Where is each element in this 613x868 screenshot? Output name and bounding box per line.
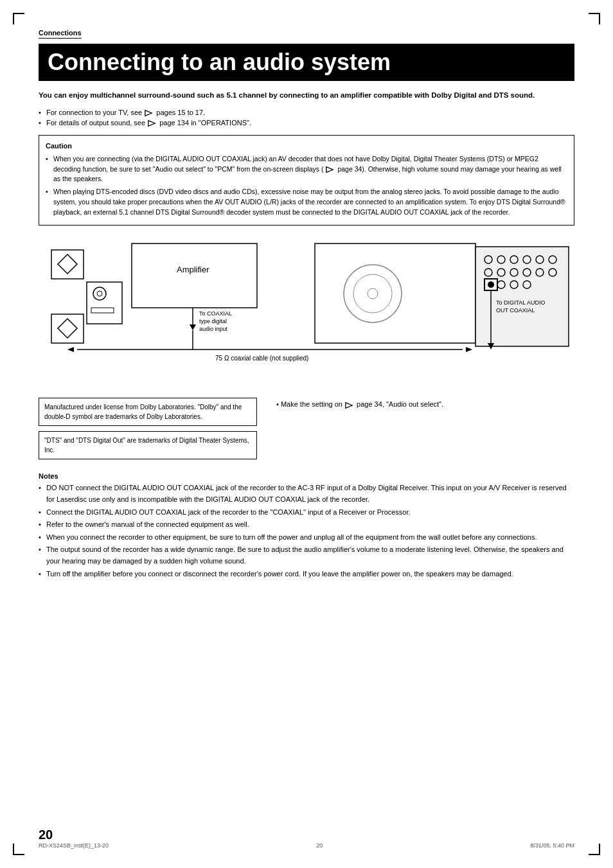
corner-mark-bl bbox=[13, 844, 24, 855]
title-block: Connecting to an audio system bbox=[39, 44, 574, 81]
notes-list: DO NOT connect the DIGITAL AUDIO OUT COA… bbox=[39, 483, 574, 580]
note-item-4: When you connect the recorder to other e… bbox=[39, 532, 574, 544]
caution-title: Caution bbox=[46, 141, 567, 152]
corner-mark-tr bbox=[589, 13, 600, 24]
svg-marker-48 bbox=[346, 402, 352, 408]
section-label: Connections bbox=[39, 29, 82, 39]
intro-text: You can enjoy multichannel surround-soun… bbox=[39, 90, 574, 101]
svg-text:To DIGITAL AUDIO: To DIGITAL AUDIO bbox=[496, 299, 546, 306]
svg-marker-2 bbox=[326, 167, 333, 173]
bullet-item-2: For details of output sound, see page 13… bbox=[39, 119, 574, 127]
bullet-list: For connection to your TV, see pages 15 … bbox=[39, 109, 574, 127]
svg-rect-25 bbox=[475, 247, 569, 346]
footer-left: RD-XS24SB_inst(E)_13-20 bbox=[39, 842, 109, 849]
svg-text:75 Ω coaxial cable (not suppli: 75 Ω coaxial cable (not supplied) bbox=[215, 355, 308, 362]
arrow-icon-setting bbox=[344, 402, 353, 409]
trademark-boxes: Manufactured under license from Dolby La… bbox=[39, 398, 257, 459]
svg-point-9 bbox=[97, 291, 102, 296]
setting-note: • Make the setting on page 34, "Audio ou… bbox=[276, 398, 574, 459]
svg-rect-21 bbox=[315, 244, 475, 343]
arrow-icon-caution bbox=[325, 166, 334, 173]
note-item-2: Connect the DIGITAL AUDIO OUT COAXIAL ja… bbox=[39, 507, 574, 518]
svg-text:OUT COAXIAL: OUT COAXIAL bbox=[496, 307, 535, 314]
svg-text:audio input: audio input bbox=[199, 326, 228, 332]
notes-section: Notes DO NOT connect the DIGITAL AUDIO O… bbox=[39, 472, 574, 580]
trademark-box-dts: "DTS" and "DTS Digital Out" are trademar… bbox=[39, 431, 257, 459]
page-wrapper: Connections Connecting to an audio syste… bbox=[0, 0, 613, 868]
lower-section: Manufactured under license from Dolby La… bbox=[39, 398, 574, 459]
bullet-item-1: For connection to your TV, see pages 15 … bbox=[39, 109, 574, 117]
svg-point-8 bbox=[93, 287, 106, 300]
svg-rect-10 bbox=[91, 308, 114, 313]
svg-marker-0 bbox=[145, 111, 152, 116]
svg-text:To COAXIAL: To COAXIAL bbox=[199, 310, 232, 317]
svg-marker-18 bbox=[67, 347, 74, 352]
caution-list: When you are connecting (via the DIGITAL… bbox=[46, 154, 567, 218]
footer-info: RD-XS24SB_inst(E)_13-20 20 8/31/05, 5:40… bbox=[39, 842, 574, 849]
corner-mark-br bbox=[589, 844, 600, 855]
svg-rect-11 bbox=[132, 244, 257, 308]
note-item-3: Refer to the owner's manual of the conne… bbox=[39, 519, 574, 531]
caution-item-1: When you are connecting (via the DIGITAL… bbox=[46, 154, 567, 184]
svg-marker-19 bbox=[466, 347, 472, 352]
svg-marker-13 bbox=[190, 324, 196, 330]
diagram-area: Amplifier To COAXIAL type digital audio … bbox=[39, 237, 574, 385]
svg-rect-7 bbox=[87, 282, 122, 324]
notes-title: Notes bbox=[39, 472, 574, 480]
corner-mark-tl bbox=[13, 13, 24, 24]
svg-text:type digital: type digital bbox=[199, 318, 227, 324]
arrow-icon-1 bbox=[144, 109, 153, 117]
connection-diagram: Amplifier To COAXIAL type digital audio … bbox=[39, 237, 574, 385]
svg-marker-4 bbox=[58, 254, 77, 274]
note-item-6: Turn off the amplifier before you connec… bbox=[39, 569, 574, 580]
svg-marker-6 bbox=[58, 319, 77, 338]
main-content: Connections Connecting to an audio syste… bbox=[0, 0, 613, 607]
svg-marker-1 bbox=[148, 121, 155, 127]
trademark-dts-text: "DTS" and "DTS Digital Out" are trademar… bbox=[44, 437, 249, 454]
footer-right: 8/31/05, 5:40 PM bbox=[530, 842, 574, 849]
trademark-box-dolby: Manufactured under license from Dolby La… bbox=[39, 398, 257, 426]
arrow-icon-2 bbox=[147, 120, 156, 127]
caution-box: Caution When you are connecting (via the… bbox=[39, 135, 574, 226]
note-item-1: DO NOT connect the DIGITAL AUDIO OUT COA… bbox=[39, 483, 574, 505]
footer-center: 20 bbox=[316, 842, 323, 849]
caution-item-2: When playing DTS-encoded discs (DVD vide… bbox=[46, 187, 567, 217]
svg-point-39 bbox=[488, 281, 494, 288]
note-item-5: The output sound of the recorder has a w… bbox=[39, 544, 574, 567]
trademark-dolby-text: Manufactured under license from Dolby La… bbox=[44, 403, 242, 420]
page-title: Connecting to an audio system bbox=[48, 49, 565, 76]
amplifier-label: Amplifier bbox=[177, 265, 209, 274]
page-number: 20 bbox=[39, 828, 53, 842]
